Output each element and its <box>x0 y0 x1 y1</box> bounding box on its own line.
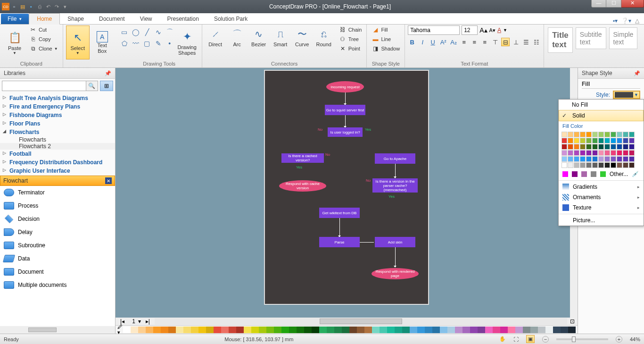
font-color-icon[interactable]: A <box>497 27 501 34</box>
color-swatch[interactable] <box>611 132 616 137</box>
color-swatch[interactable] <box>580 138 586 143</box>
pin-icon[interactable]: 📌 <box>105 70 111 76</box>
color-swatch[interactable] <box>580 144 586 150</box>
shape-document[interactable]: Document <box>0 265 115 278</box>
color-swatch[interactable] <box>592 132 598 137</box>
qat-new-icon[interactable]: ▫ <box>10 3 18 10</box>
palette-swatch[interactable] <box>402 327 410 333</box>
bold-button[interactable]: B <box>408 38 416 46</box>
color-swatch[interactable] <box>604 132 610 137</box>
menu-solid[interactable]: Solid <box>559 110 644 121</box>
library-tree[interactable]: Fault Tree Analysis Diagrams Fire and Em… <box>0 93 115 176</box>
color-swatch[interactable] <box>586 144 592 150</box>
color-swatch[interactable] <box>580 156 586 162</box>
palette-swatch[interactable] <box>478 327 485 333</box>
color-swatch[interactable] <box>617 162 622 168</box>
tab-shape[interactable]: Shape <box>60 14 91 24</box>
select-button[interactable]: ↖Select▼ <box>66 25 90 59</box>
tool-arc-icon[interactable]: ⌒ <box>165 27 174 37</box>
copy-button[interactable]: ⎘Copy <box>27 35 60 43</box>
color-swatch[interactable] <box>611 162 616 168</box>
node-decision[interactable]: Is user logged in? <box>328 127 363 137</box>
tree-item[interactable]: Frequency Distribution Dashboard <box>0 158 115 167</box>
fill-style-dropdown[interactable]: ▼ <box>613 91 640 99</box>
palette-swatch[interactable] <box>123 327 131 333</box>
close-button[interactable]: ✕ <box>621 0 644 8</box>
tool-freehand-icon[interactable]: ✎ <box>154 39 163 48</box>
node-process[interactable]: Add skin <box>375 237 415 247</box>
node-process[interactable]: Get wikitext from DB <box>319 208 360 218</box>
palette-swatch[interactable] <box>493 327 500 333</box>
color-swatch[interactable] <box>586 162 592 168</box>
simple-text-style[interactable]: Simple text <box>609 27 638 49</box>
shape-list[interactable]: Terminator Process Decision Delay Subrou… <box>0 186 115 326</box>
color-swatch[interactable] <box>574 132 579 137</box>
color-swatch[interactable] <box>629 150 635 156</box>
eyedropper-icon[interactable]: 💉 <box>632 171 639 177</box>
color-swatch[interactable] <box>580 132 586 137</box>
bookmark-icon[interactable]: ▪▾ <box>613 17 618 24</box>
qat-save-icon[interactable]: ▪ <box>27 3 35 10</box>
palette-swatch[interactable] <box>138 327 146 333</box>
connector-bezier[interactable]: ∿Bezier <box>248 25 269 47</box>
italic-button[interactable]: I <box>418 38 427 46</box>
tab-presentation[interactable]: Presentation <box>159 14 206 24</box>
color-swatch[interactable] <box>568 132 573 137</box>
color-swatch[interactable] <box>574 150 579 156</box>
palette-swatch[interactable] <box>364 327 372 333</box>
tool-rect-icon[interactable]: ▭ <box>120 27 129 37</box>
color-swatch[interactable] <box>561 138 567 143</box>
qat-open-icon[interactable]: ▤ <box>19 3 26 10</box>
drawing-shapes-button[interactable]: ✦Drawing Shapes <box>175 25 199 59</box>
font-shrink-icon[interactable]: A▾ <box>489 27 495 34</box>
palette-swatch[interactable] <box>500 327 508 333</box>
clone-button[interactable]: ⧉Clone ▼ <box>27 44 60 53</box>
underline-button[interactable]: U <box>429 38 437 46</box>
shape-data[interactable]: Data <box>0 252 115 265</box>
palette-swatch[interactable] <box>523 327 530 333</box>
fill-button[interactable]: ◢Fill <box>370 25 402 34</box>
color-swatch[interactable] <box>568 150 573 156</box>
connector-curve[interactable]: 〜Curve <box>292 25 313 47</box>
palette-swatch[interactable] <box>198 327 206 333</box>
palette-swatch[interactable] <box>485 327 493 333</box>
color-swatch[interactable] <box>598 150 604 156</box>
shape-delay[interactable]: Delay <box>0 226 115 239</box>
color-swatch[interactable] <box>623 138 628 143</box>
line-button[interactable]: ▬Line <box>370 35 402 43</box>
color-swatch[interactable] <box>592 156 598 162</box>
color-swatch[interactable] <box>568 144 573 150</box>
title-text-style[interactable]: Title text <box>548 27 573 53</box>
page[interactable]: Incoming request Go to squid server firs… <box>264 70 429 305</box>
palette-swatch[interactable] <box>568 327 576 333</box>
tree-item[interactable]: Fishbone Diagrams <box>0 111 115 119</box>
tool-poly-icon[interactable]: ⬠ <box>120 39 129 48</box>
chevron-down-icon[interactable]: ▼ <box>503 28 507 33</box>
palette-swatch[interactable] <box>515 327 523 333</box>
palette-swatch[interactable] <box>425 327 432 333</box>
color-swatch[interactable] <box>623 132 628 137</box>
zoom-in-button[interactable]: + <box>616 336 622 343</box>
color-swatch[interactable] <box>598 156 604 162</box>
qat-redo-icon[interactable]: ↷ <box>53 3 60 10</box>
color-swatch[interactable] <box>617 156 622 162</box>
color-swatch[interactable] <box>586 150 592 156</box>
palette-swatch[interactable] <box>191 327 198 333</box>
palette-swatch[interactable] <box>447 327 455 333</box>
tree-item[interactable]: Football <box>0 150 115 158</box>
color-swatch[interactable] <box>629 138 635 143</box>
color-swatch[interactable] <box>598 132 604 137</box>
palette-swatch[interactable] <box>297 327 304 333</box>
tree-sub-item[interactable]: Flowcharts 2 <box>0 143 115 150</box>
shape-process[interactable]: Process <box>0 199 115 212</box>
color-swatch[interactable] <box>623 156 628 162</box>
node-decision[interactable]: Is there a cached version? <box>281 153 324 163</box>
palette-swatch[interactable] <box>183 327 191 333</box>
palette-picker-icon[interactable]: 🖉▾ <box>117 324 123 336</box>
palette-swatch[interactable] <box>432 327 440 333</box>
color-swatch[interactable] <box>561 150 567 156</box>
color-swatch[interactable] <box>586 132 592 137</box>
color-swatch[interactable] <box>598 138 604 143</box>
color-swatch[interactable] <box>617 138 622 143</box>
zoom-slider[interactable] <box>556 338 608 340</box>
